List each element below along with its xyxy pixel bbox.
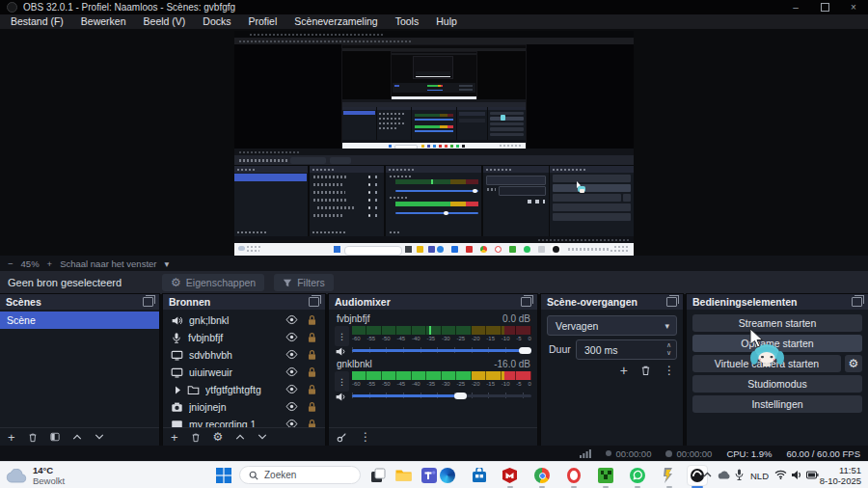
scale-mode-caret-icon[interactable]: ▾: [164, 258, 169, 269]
source-row[interactable]: sdvbhvbh: [163, 346, 325, 364]
edge-icon[interactable]: [440, 468, 455, 483]
restore-button[interactable]: [810, 0, 839, 14]
source-row[interactable]: gnk;lbnkl: [163, 312, 325, 329]
lock-icon[interactable]: [307, 332, 317, 343]
menu-docks[interactable]: Docks: [194, 14, 239, 29]
scene-list-item[interactable]: Scène: [0, 312, 159, 329]
mixer-menu-button[interactable]: ⋮: [360, 431, 371, 443]
meter-scale-tick: -30: [442, 336, 450, 341]
visibility-eye-icon[interactable]: [285, 349, 298, 360]
source-row[interactable]: jniojnejn: [163, 398, 325, 416]
lock-icon[interactable]: [307, 366, 317, 378]
epic-lightning-icon[interactable]: [662, 468, 677, 483]
panel-popout-icon[interactable]: [309, 297, 319, 307]
mute-speaker-icon[interactable]: [335, 345, 347, 358]
panel-popout-icon[interactable]: [666, 297, 677, 307]
scale-mode-label[interactable]: Schaal naar het venster: [60, 258, 156, 269]
mixer-channel-name: fvbjnbfjf: [337, 313, 369, 324]
move-scene-down-button[interactable]: [95, 433, 104, 441]
onedrive-cloud-icon[interactable]: [718, 471, 731, 479]
move-scene-up-button[interactable]: [72, 433, 82, 441]
advanced-audio-icon[interactable]: [337, 432, 347, 443]
panel-popout-icon[interactable]: [852, 297, 862, 307]
duration-input[interactable]: 300 ms ∧∨: [576, 339, 677, 360]
dock-area: Scènes Scène + Bronnen gnk;lbnkl: [0, 294, 868, 446]
mixer-channel-menu-button[interactable]: ⋮: [335, 326, 349, 346]
remove-transition-button[interactable]: [640, 365, 651, 376]
volume-slider[interactable]: [352, 344, 531, 356]
source-row[interactable]: uiuirweuir: [163, 364, 325, 381]
remove-source-button[interactable]: [191, 432, 201, 443]
window-title: OBS 32.0.1 - Profiel: Naamloos - Scènes:…: [23, 2, 235, 13]
wifi-icon[interactable]: [774, 470, 787, 479]
visibility-eye-icon[interactable]: [285, 314, 298, 325]
minecraft-creeper-icon[interactable]: [598, 468, 613, 483]
panel-popout-icon[interactable]: [521, 297, 531, 307]
menu-sceneverzameling[interactable]: Scèneverzameling: [285, 14, 386, 29]
volume-slider-handle[interactable]: [454, 393, 467, 399]
lock-icon[interactable]: [307, 314, 317, 326]
zoom-in-button[interactable]: +: [47, 258, 53, 269]
teams-icon[interactable]: [421, 468, 437, 483]
tray-chevron-up-icon[interactable]: [703, 472, 712, 477]
lock-icon[interactable]: [307, 384, 317, 395]
chrome-icon[interactable]: [534, 468, 550, 483]
move-source-up-button[interactable]: [235, 433, 245, 441]
mute-speaker-icon[interactable]: [335, 391, 347, 403]
volume-slider-handle[interactable]: [519, 347, 531, 354]
properties-button[interactable]: ⚙ Eigenschappen: [162, 274, 264, 291]
whatsapp-icon[interactable]: [630, 468, 645, 483]
add-transition-button[interactable]: +: [620, 364, 628, 377]
add-scene-button[interactable]: +: [8, 431, 15, 444]
taskbar-clock[interactable]: 11:51 8-10-2025: [820, 465, 861, 486]
filters-button[interactable]: Filters: [274, 274, 334, 291]
preview-display-capture[interactable]: [234, 31, 634, 256]
mixer-channel-menu-button[interactable]: ⋮: [335, 371, 349, 392]
virtual-camera-settings-button[interactable]: ⚙: [845, 355, 862, 372]
scene-filters-button[interactable]: [50, 432, 60, 442]
visibility-eye-icon[interactable]: [285, 366, 298, 377]
add-source-button[interactable]: +: [171, 431, 178, 444]
speaker-volume-icon[interactable]: [791, 470, 802, 480]
visibility-eye-icon[interactable]: [285, 401, 298, 412]
menu-bestand[interactable]: Bestand (F): [2, 14, 72, 29]
menu-profiel[interactable]: Profiel: [240, 14, 286, 29]
source-properties-button[interactable]: ⚙: [213, 431, 224, 443]
menu-bewerken[interactable]: Bewerken: [72, 14, 135, 29]
minimize-button[interactable]: –: [781, 0, 810, 14]
battery-pen-icon[interactable]: [806, 471, 819, 479]
lock-icon[interactable]: [307, 349, 317, 361]
expand-arrow-icon[interactable]: [175, 386, 181, 394]
visibility-eye-icon[interactable]: [285, 384, 298, 394]
task-view-icon[interactable]: [370, 468, 386, 483]
visibility-eye-icon[interactable]: [285, 332, 298, 342]
menu-beeld[interactable]: Beeld (V): [135, 14, 195, 29]
keyboard-language[interactable]: NLD: [750, 471, 769, 481]
microsoft-store-icon[interactable]: [472, 468, 487, 483]
volume-slider[interactable]: [352, 390, 531, 401]
lock-icon[interactable]: [307, 401, 317, 413]
taskbar-weather-widget[interactable]: 14°C Bewolkt: [6, 465, 65, 486]
meter-scale-tick: -25: [456, 336, 465, 341]
studio-mode-button[interactable]: Studiomodus: [692, 375, 862, 393]
opera-icon[interactable]: [566, 468, 582, 483]
mcafee-icon[interactable]: [502, 468, 518, 483]
source-row[interactable]: fvbjnbfjf: [163, 329, 325, 346]
move-source-down-button[interactable]: [258, 433, 267, 441]
menu-hulp[interactable]: Hulp: [427, 14, 466, 29]
panel-popout-icon[interactable]: [143, 297, 153, 307]
duration-spinner[interactable]: ∧∨: [666, 341, 671, 357]
file-explorer-icon[interactable]: [395, 468, 411, 483]
transition-select[interactable]: Vervagen ▾: [547, 315, 677, 336]
zoom-out-button[interactable]: −: [8, 258, 14, 269]
start-button[interactable]: [216, 468, 231, 483]
close-button[interactable]: ×: [839, 0, 868, 14]
search-box[interactable]: Zoeken: [239, 466, 361, 484]
source-row-group[interactable]: ytfgtfgthtgftg: [163, 381, 325, 398]
meter-scale-tick: -5: [516, 381, 521, 387]
transition-menu-button[interactable]: ⋮: [664, 365, 675, 376]
menu-tools[interactable]: Tools: [387, 14, 428, 29]
tray-microphone-icon[interactable]: [735, 469, 744, 481]
settings-button[interactable]: Instellingen: [692, 395, 862, 413]
remove-scene-button[interactable]: [28, 432, 38, 443]
